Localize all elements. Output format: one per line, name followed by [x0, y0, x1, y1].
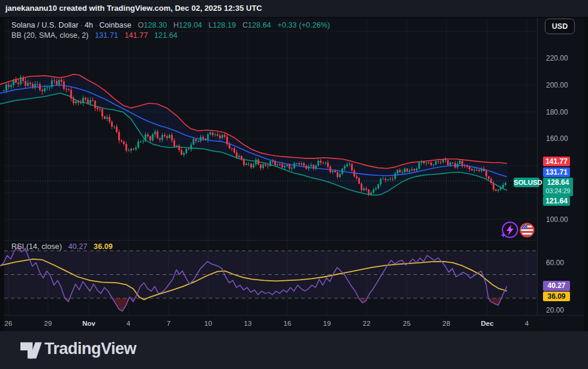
rsi-ma-value: 36.09 — [94, 242, 113, 251]
last-price-label: 128.64 03:24:29 — [543, 178, 573, 196]
lightning-boost-icon[interactable] — [500, 221, 519, 239]
exchange-label[interactable]: Coinbase — [99, 21, 131, 29]
time-tick: Nov — [77, 320, 101, 327]
time-tick: 7 — [157, 320, 181, 327]
symbol-tag-label: SOLUSD — [514, 178, 539, 187]
tradingview-logo-icon[interactable] — [18, 340, 43, 361]
interval-label[interactable]: 4h — [85, 21, 93, 29]
symbol-legend[interactable]: Solana / U.S. Dollar·4h·Coinbase O128.30… — [11, 21, 330, 29]
ohlc-low: L128.19 — [208, 21, 236, 29]
currency-usd-button[interactable]: USD — [545, 19, 575, 34]
time-tick: 25 — [395, 320, 419, 327]
rsi-value: 40.27 — [68, 242, 88, 251]
rsi-title[interactable]: RSI (14, close) — [11, 242, 62, 251]
symbol-title[interactable]: Solana / U.S. Dollar — [11, 21, 79, 29]
bb-title[interactable]: BB (20, SMA, close, 2) — [11, 31, 89, 40]
ohlc-open: O128.30 — [138, 21, 167, 29]
time-tick: 10 — [196, 320, 220, 327]
time-tick: 4 — [515, 320, 539, 327]
time-tick: 28 — [434, 320, 458, 327]
main-chart-pane[interactable] — [0, 18, 537, 240]
time-tick: 19 — [315, 320, 339, 327]
attribution-text: janekananu10 created with TradingView.co… — [5, 4, 262, 13]
bar-countdown: 03:24:29 — [543, 187, 573, 195]
change-value: +0.33 (+0.26%) — [277, 21, 330, 29]
pane-divider[interactable] — [4, 240, 584, 241]
time-axis[interactable]: 2629Nov4710131619222528Dec4 — [4, 315, 584, 332]
ohlc-high: H129.04 — [173, 21, 202, 29]
price-tick: 180.00 — [546, 108, 568, 116]
time-tick: 26 — [0, 320, 20, 327]
bb-lower-price-label: 121.64 — [543, 196, 570, 206]
attribution-bar: janekananu10 created with TradingView.co… — [0, 0, 588, 17]
rsi-value-label: 40.27 — [543, 281, 570, 291]
rsi-legend[interactable]: RSI (14, close) 40.27 36.09 — [11, 242, 113, 251]
ohlc-close: C128.64 — [242, 21, 271, 29]
last-price-value: 128.64 — [547, 178, 569, 187]
price-tick: 160.00 — [546, 134, 568, 143]
bb-middle-price-label: 131.71 — [543, 167, 570, 177]
bb-upper-value: 141.77 — [125, 31, 148, 40]
price-tick: 200.00 — [546, 81, 568, 89]
time-tick: Dec — [475, 320, 499, 327]
bb-middle-value: 131.71 — [95, 31, 118, 40]
price-tick: 100.00 — [546, 215, 568, 224]
time-tick: 13 — [236, 320, 260, 327]
bb-lower-value: 121.64 — [154, 31, 178, 40]
time-tick: 4 — [116, 320, 140, 327]
rsi-tick: 60.00 — [546, 259, 564, 267]
tradingview-logo-text[interactable]: TradingView — [44, 340, 136, 358]
time-tick: 29 — [36, 320, 60, 327]
price-tick: 220.00 — [546, 54, 568, 62]
rsi-ma-value-label: 36.09 — [543, 292, 570, 301]
price-axis[interactable]: 220.00200.00180.00160.00100.0060.0020.00 — [537, 18, 584, 315]
rsi-tick: 20.00 — [546, 306, 564, 314]
time-tick: 22 — [355, 320, 379, 327]
rsi-pane[interactable] — [0, 240, 537, 315]
time-tick: 16 — [275, 320, 299, 327]
bb-legend[interactable]: BB (20, SMA, close, 2) 131.71 141.77 121… — [11, 31, 178, 40]
chart-icon-row — [500, 221, 538, 240]
bb-upper-price-label: 141.77 — [543, 157, 570, 166]
us-flag-icon[interactable] — [519, 222, 535, 238]
